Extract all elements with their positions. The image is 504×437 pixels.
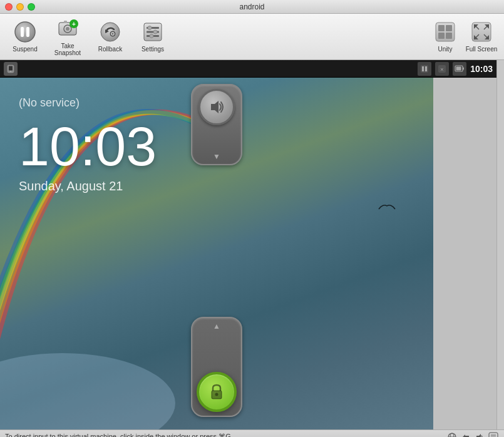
- svg-point-17: [148, 26, 152, 30]
- status-time: 10:03: [470, 64, 493, 74]
- status-icon-2[interactable]: ×: [435, 62, 449, 76]
- snapshot-icon: +: [56, 18, 79, 40]
- suspend-button[interactable]: Suspend: [5, 17, 45, 57]
- svg-rect-31: [9, 66, 13, 70]
- lock-slider[interactable]: ▲: [191, 317, 242, 417]
- svg-rect-33: [421, 65, 428, 73]
- vol-down-arrow: ▼: [213, 153, 220, 160]
- svg-rect-21: [438, 25, 445, 31]
- android-screen[interactable]: (No service) 10:03 Sunday, August 21 ▼: [0, 78, 433, 429]
- bottom-icon-globe[interactable]: [446, 431, 458, 438]
- snapshot-button[interactable]: + Take Snapshot: [48, 17, 88, 57]
- suspend-label: Suspend: [13, 46, 37, 53]
- right-scrollbar[interactable]: [496, 60, 504, 429]
- main-area: × 10:03: [0, 60, 504, 429]
- clock-date: Sunday, August 21: [19, 179, 123, 193]
- settings-icon: [141, 21, 164, 43]
- svg-rect-6: [64, 21, 67, 23]
- svg-rect-2: [26, 27, 29, 37]
- volume-slider[interactable]: ▼: [191, 84, 242, 165]
- battery-icon: [453, 62, 466, 76]
- traffic-lights: [5, 3, 35, 11]
- svg-rect-24: [446, 33, 452, 39]
- svg-marker-42: [211, 101, 219, 113]
- clock-time: 10:03: [19, 119, 157, 174]
- svg-point-9: [101, 23, 120, 41]
- svg-point-32: [10, 71, 11, 72]
- unity-button[interactable]: Unity: [429, 17, 461, 57]
- svg-point-19: [150, 34, 153, 38]
- rollback-icon: [99, 21, 121, 43]
- close-button[interactable]: [5, 3, 13, 11]
- suspend-icon: [14, 21, 36, 43]
- svg-rect-40: [456, 66, 461, 70]
- svg-rect-22: [446, 25, 452, 31]
- bottom-icon-sound[interactable]: [474, 431, 485, 438]
- rollback-label: Rollback: [98, 46, 122, 53]
- android-panel: × 10:03: [0, 60, 496, 429]
- svg-point-5: [66, 27, 69, 31]
- unity-label: Unity: [438, 46, 453, 53]
- toolbar: Suspend + Take Snapshot: [0, 14, 504, 60]
- bottom-bar-text: To direct input to this virtual machine,…: [5, 433, 231, 437]
- svg-rect-1: [21, 27, 24, 37]
- lock-up-arrow: ▲: [213, 322, 220, 331]
- svg-rect-39: [463, 67, 464, 69]
- title-bar: android: [0, 0, 504, 14]
- svg-text:+: +: [72, 21, 76, 28]
- svg-rect-23: [438, 33, 445, 39]
- svg-marker-48: [476, 434, 481, 438]
- volume-icon: [198, 89, 235, 125]
- lock-icon: [197, 372, 237, 412]
- fullscreen-button[interactable]: Full Screen: [464, 17, 499, 57]
- bottom-icon-arrows[interactable]: [460, 431, 471, 438]
- fullscreen-icon: [470, 21, 493, 43]
- snapshot-label: Take Snapshot: [48, 43, 88, 56]
- bottom-bar: To direct input to this virtual machine,…: [0, 429, 504, 437]
- unity-icon: [434, 21, 456, 43]
- phone-icon: [4, 62, 18, 76]
- fullscreen-label: Full Screen: [466, 46, 498, 53]
- svg-point-11: [110, 31, 115, 36]
- svg-point-0: [15, 22, 35, 42]
- svg-rect-34: [422, 66, 424, 71]
- bottom-icon-settings[interactable]: [488, 431, 499, 438]
- window-title: android: [239, 3, 264, 11]
- settings-button[interactable]: Settings: [133, 17, 173, 57]
- svg-point-18: [153, 30, 157, 34]
- no-service-text: (No service): [19, 96, 80, 110]
- svg-point-44: [215, 393, 219, 396]
- settings-label: Settings: [141, 46, 164, 53]
- status-icon-1[interactable]: [418, 62, 431, 76]
- svg-text:×: ×: [441, 66, 444, 73]
- svg-rect-35: [425, 66, 427, 71]
- bottom-bar-icons: [446, 431, 499, 438]
- rollback-button[interactable]: Rollback: [90, 17, 130, 57]
- android-status-bar: × 10:03: [0, 60, 496, 78]
- minimize-button[interactable]: [16, 3, 24, 11]
- maximize-button[interactable]: [28, 3, 35, 11]
